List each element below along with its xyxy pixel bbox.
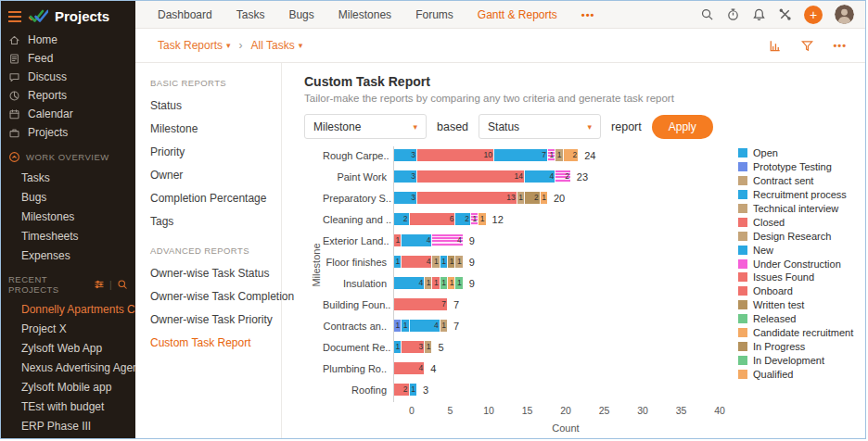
legend-item[interactable]: Open [738, 146, 853, 160]
report-item-status[interactable]: Status [150, 94, 274, 117]
filter-sliders-icon[interactable] [94, 279, 105, 290]
bar-segment[interactable]: 1 [478, 213, 485, 225]
sidebar-item-home[interactable]: Home [1, 31, 135, 49]
bar-segment[interactable]: 1 [555, 149, 562, 161]
more-options-icon[interactable]: ••• [833, 40, 847, 51]
sidebar-item-tasks[interactable]: Tasks [1, 168, 135, 187]
report-item-completion-percentage[interactable]: Completion Percentage [150, 186, 274, 209]
bar-segment[interactable]: 1 [454, 256, 462, 268]
bar-segment[interactable]: 4 [431, 234, 462, 246]
bar-segment[interactable]: 1 [409, 384, 416, 396]
bar-segment[interactable]: 1 [393, 256, 401, 268]
sidebar-item-expenses[interactable]: Expenses [1, 246, 135, 265]
search-projects-icon[interactable] [117, 279, 128, 290]
bar-segment[interactable]: 1 [547, 149, 555, 161]
bar-segment[interactable]: 2 [524, 192, 540, 204]
tab-forums[interactable]: Forums [415, 8, 453, 21]
bar-segment[interactable]: 4 [393, 277, 424, 289]
sidebar-item-timesheets[interactable]: Timesheets [1, 226, 135, 246]
add-new-button[interactable]: + [804, 6, 823, 24]
legend-item[interactable]: Candidate recruitment [738, 326, 853, 340]
bar-segment[interactable]: 1 [424, 341, 431, 353]
report-item-owner-wise-task-completion[interactable]: Owner-wise Task Completion [150, 284, 274, 308]
topnav-more-icon[interactable]: ••• [581, 9, 595, 20]
legend-item[interactable]: New [738, 243, 853, 257]
bar-segment[interactable]: 1 [401, 320, 408, 332]
sidebar-item-reports[interactable]: Reports [1, 86, 135, 105]
bar-segment[interactable]: 3 [393, 192, 416, 204]
bar-segment[interactable]: 1 [431, 256, 439, 268]
criteria1-select[interactable]: Milestone ▾ [304, 114, 427, 139]
filter-funnel-icon[interactable] [800, 39, 814, 53]
bar-segment[interactable]: 4 [409, 320, 440, 332]
sidebar-item-milestones[interactable]: Milestones [1, 207, 135, 226]
legend-item[interactable]: Written test [738, 298, 853, 312]
bar-segment[interactable]: 14 [416, 170, 524, 183]
legend-item[interactable]: Onboard [738, 284, 853, 298]
bar-segment[interactable]: 1 [393, 234, 401, 246]
legend-item[interactable]: Prototype Testing [738, 160, 853, 174]
bar-segment[interactable]: 3 [393, 170, 416, 183]
bar-segment[interactable]: 2 [393, 384, 409, 396]
legend-item[interactable]: In Development [738, 353, 853, 367]
bar-segment[interactable]: 1 [447, 277, 454, 289]
sidebar-item-discuss[interactable]: Discuss [1, 68, 135, 86]
bar-segment[interactable]: 3 [393, 149, 416, 161]
breadcrumb-all-tasks[interactable]: All Tasks ▾ [251, 39, 303, 52]
bar-segment[interactable]: 1 [424, 277, 431, 289]
report-item-tags[interactable]: Tags [150, 209, 274, 233]
bar-segment[interactable]: 1 [440, 277, 447, 289]
chart-view-icon[interactable] [768, 39, 782, 53]
recent-project-item[interactable]: IIM-K [1, 435, 135, 438]
recent-project-item[interactable]: TEst with budget [1, 397, 135, 416]
legend-item[interactable]: Qualified [738, 367, 853, 381]
bar-segment[interactable]: 1 [517, 192, 524, 204]
bar-segment[interactable]: 1 [540, 192, 547, 204]
legend-item[interactable]: Technical interview [738, 202, 853, 216]
report-item-owner-wise-task-priority[interactable]: Owner-wise Task Priority [150, 308, 274, 331]
bar-segment[interactable]: 1 [393, 320, 401, 332]
hamburger-menu-icon[interactable] [8, 11, 21, 22]
bar-segment[interactable]: 4 [524, 170, 555, 183]
bar-segment[interactable]: 7 [393, 298, 447, 310]
bar-segment[interactable]: 4 [401, 234, 431, 246]
work-overview-header[interactable]: WORK OVERVIEW [1, 142, 135, 168]
recent-project-item[interactable]: ERP Phase III [1, 416, 135, 435]
tools-icon[interactable] [778, 7, 792, 21]
bar-segment[interactable]: 1 [454, 277, 462, 289]
sidebar-item-bugs[interactable]: Bugs [1, 187, 135, 207]
bar-segment[interactable]: 10 [416, 149, 493, 161]
bar-segment[interactable]: 1 [440, 320, 447, 332]
bar-segment[interactable]: 4 [393, 362, 424, 374]
legend-item[interactable]: Issues Found [738, 271, 853, 284]
sidebar-item-projects[interactable]: Projects [1, 123, 135, 142]
bar-segment[interactable]: 4 [401, 256, 431, 268]
bar-segment[interactable]: 2 [454, 213, 470, 225]
legend-item[interactable]: In Progress [738, 339, 853, 353]
timer-icon[interactable] [726, 7, 740, 21]
legend-item[interactable]: Released [738, 312, 853, 326]
tab-bugs[interactable]: Bugs [288, 8, 313, 21]
bar-segment[interactable]: 2 [393, 213, 409, 225]
report-item-priority[interactable]: Priority [150, 140, 274, 163]
report-item-owner-wise-task-status[interactable]: Owner-wise Task Status [150, 261, 274, 284]
bar-segment[interactable]: 1 [440, 256, 447, 268]
user-avatar[interactable] [835, 5, 854, 24]
tab-gantt-reports[interactable]: Gantt & Reports [478, 8, 557, 21]
report-item-owner[interactable]: Owner [150, 163, 274, 186]
bar-segment[interactable]: 1 [393, 341, 401, 353]
legend-item[interactable]: Recruitment process [738, 188, 853, 202]
recent-project-item[interactable]: Nexus Advertising Agen [1, 358, 135, 377]
recent-project-item[interactable]: Project X [1, 319, 135, 338]
sidebar-item-calendar[interactable]: Calendar [1, 105, 135, 123]
bar-segment[interactable]: 1 [447, 256, 454, 268]
bar-segment[interactable]: 1 [431, 277, 439, 289]
recent-project-item[interactable]: Zylsoft Mobile app [1, 377, 135, 397]
criteria2-select[interactable]: Status ▾ [479, 114, 601, 139]
tab-dashboard[interactable]: Dashboard [158, 8, 212, 21]
legend-item[interactable]: Closed [738, 215, 853, 229]
bar-segment[interactable]: 1 [470, 213, 478, 225]
recent-project-item[interactable]: Donnelly Apartments C [1, 299, 135, 319]
report-item-custom-task-report[interactable]: Custom Task Report [150, 331, 274, 354]
notifications-bell-icon[interactable] [752, 7, 766, 21]
